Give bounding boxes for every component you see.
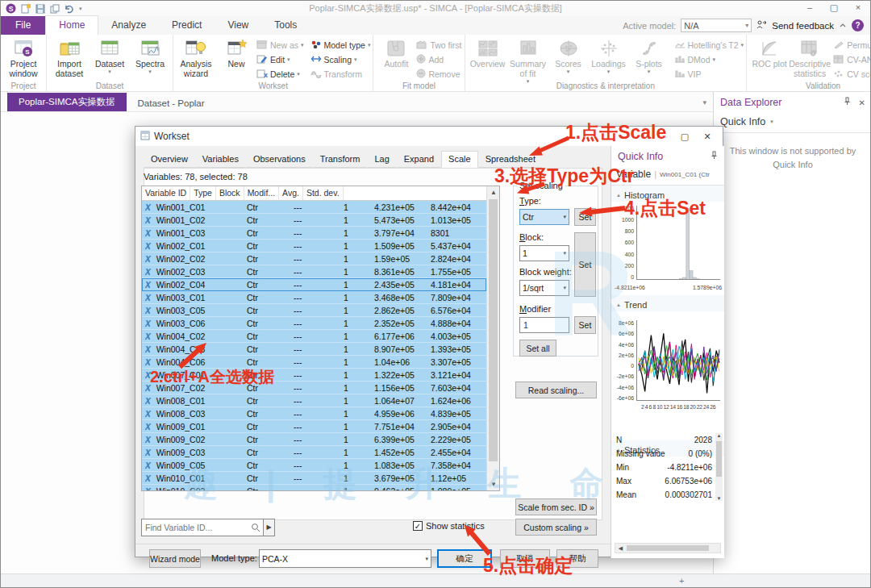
table-row[interactable]: XWin009_C03 Ctr --- 1 1.452e+05 2.455e+0… xyxy=(142,446,486,459)
dataset-button[interactable]: Dataset ▾ xyxy=(90,36,130,75)
set-modifier-button[interactable]: Set xyxy=(574,316,596,334)
quick-info-selector[interactable]: Quick Info xyxy=(720,116,765,127)
active-model-select[interactable]: N/A▾ xyxy=(681,19,752,32)
analysis-wizard-button[interactable]: Analysis wizard xyxy=(176,36,216,78)
collapse-ribbon-icon[interactable] xyxy=(839,21,847,31)
read-scaling-button[interactable]: Read scaling... xyxy=(515,382,597,398)
column-header[interactable]: Variable ID xyxy=(142,186,190,200)
transform-button[interactable]: Transform xyxy=(310,68,371,81)
table-vertical-scrollbar[interactable]: ▲ ▼ xyxy=(486,186,499,490)
set-block-button[interactable]: Set xyxy=(574,232,596,297)
scroll-left-icon[interactable]: ◀ xyxy=(615,544,626,554)
add-component-button[interactable]: Add xyxy=(416,53,461,66)
document-tab-dataset[interactable]: Dataset - Poplar xyxy=(127,95,216,111)
scroll-down-icon[interactable]: ▼ xyxy=(487,478,500,490)
dialog-tab[interactable]: Overview xyxy=(144,151,195,168)
column-header[interactable]: Avg. xyxy=(279,186,303,200)
project-window-button[interactable]: S Project window xyxy=(3,36,44,78)
table-row[interactable]: XWin010_C02 Ctr --- 1 9.462e+05 1.089e+0… xyxy=(142,485,486,490)
save-icon[interactable] xyxy=(35,4,45,14)
table-row[interactable]: XWin001_C01 Ctr --- 1 4.231e+05 8.442e+0… xyxy=(142,201,486,214)
table-row[interactable]: XWin002_C02 Ctr --- 1 1.59e+05 2.824e+04 xyxy=(142,252,486,265)
column-header[interactable]: Modif... xyxy=(244,186,279,200)
close-panel-icon[interactable]: ✕ xyxy=(859,98,865,107)
table-row[interactable]: XWin003_C05 Ctr --- 1 2.862e+05 6.576e+0… xyxy=(142,304,486,317)
wizard-mode-button[interactable]: Wizard mode xyxy=(149,549,201,568)
window-close-button[interactable]: × xyxy=(846,1,870,16)
table-row[interactable]: XWin003_C06 Ctr --- 1 2.352e+05 4.888e+0… xyxy=(142,317,486,330)
permutations-button[interactable]: Permutations xyxy=(833,39,871,52)
table-row[interactable]: XWin004_C02 Ctr --- 1 6.177e+06 4.003e+0… xyxy=(142,330,486,343)
type-select[interactable]: Ctr▾ xyxy=(519,209,569,225)
new-project-icon[interactable] xyxy=(21,4,31,14)
block-select[interactable]: 1▾ xyxy=(519,245,569,261)
set-all-button[interactable]: Set all xyxy=(519,340,556,357)
overview-button[interactable]: Overview xyxy=(468,36,508,69)
send-feedback-link[interactable]: Send feedback xyxy=(772,21,834,31)
trend-section-header[interactable]: ▲Trend xyxy=(611,295,724,311)
table-row[interactable]: XWin004_C03 Ctr --- 1 8.907e+05 1.393e+0… xyxy=(142,343,486,356)
table-row[interactable]: XWin008_C03 Ctr --- 1 4.959e+06 4.839e+0… xyxy=(142,407,486,420)
dialog-tab[interactable]: Lag xyxy=(367,151,396,168)
panel-horizontal-scrollbar[interactable]: ◀ xyxy=(615,543,721,553)
table-row[interactable]: XWin008_C01 Ctr --- 1 1.064e+07 1.624e+0… xyxy=(142,394,486,407)
set-type-button[interactable]: Set xyxy=(574,208,596,226)
column-header[interactable]: Block xyxy=(216,186,244,200)
table-row[interactable]: XWin009_C05 Ctr --- 1 1.083e+05 7.358e+0… xyxy=(142,459,486,472)
window-maximize-button[interactable]: ▢ xyxy=(822,1,846,16)
dialog-tab[interactable]: Expand xyxy=(397,151,441,168)
table-row[interactable]: XWin009_C02 Ctr --- 1 6.399e+05 2.229e+0… xyxy=(142,433,486,446)
table-row[interactable]: XWin002_C01 Ctr --- 1 1.509e+05 5.437e+0… xyxy=(142,240,486,252)
loadings-button[interactable]: Loadings ▾ xyxy=(589,36,629,75)
pin-icon[interactable] xyxy=(711,151,718,162)
remove-component-button[interactable]: Remove xyxy=(416,68,461,81)
scroll-up-icon[interactable]: ▲ xyxy=(715,433,723,438)
custom-scaling-button[interactable]: Custom scaling » xyxy=(515,519,597,536)
scaling-button[interactable]: Scaling▾ xyxy=(310,53,371,66)
modifier-input[interactable]: 1 xyxy=(519,317,569,333)
statistics-scrollbar[interactable]: ▲ ▼ xyxy=(715,433,723,501)
tab-view[interactable]: View xyxy=(215,16,261,35)
hotellings-t2-button[interactable]: Hotelling's T2▾ xyxy=(674,39,744,52)
table-row[interactable]: XWin002_C04 Ctr --- 1 2.435e+05 4.181e+0… xyxy=(142,278,486,291)
dialog-close-button[interactable]: ✕ xyxy=(697,131,718,142)
document-tab-project[interactable]: Poplar-SIMCA实操数据 xyxy=(7,93,127,111)
dialog-tab[interactable]: Observations xyxy=(246,151,313,168)
s-plots-button[interactable]: S-plots ▾ xyxy=(629,36,669,75)
table-row[interactable]: XWin001_C03 Ctr --- 1 3.797e+04 8301 xyxy=(142,227,486,240)
scrollbar-thumb[interactable] xyxy=(489,199,498,461)
column-header[interactable]: Std. dev. xyxy=(303,186,344,200)
table-row[interactable]: XWin009_C01 Ctr --- 1 7.751e+04 2.905e+0… xyxy=(142,420,486,433)
table-row[interactable]: XWin001_C02 Ctr --- 1 5.473e+05 1.013e+0… xyxy=(142,214,486,227)
column-header[interactable]: Type xyxy=(190,186,216,200)
tab-file[interactable]: File xyxy=(1,16,45,35)
window-minimize-button[interactable]: – xyxy=(798,1,822,16)
cv-anova-button[interactable]: CV-ANOVA xyxy=(833,53,871,66)
tab-predict[interactable]: Predict xyxy=(159,16,215,35)
undo-icon[interactable] xyxy=(65,4,74,14)
table-row[interactable]: XWin003_C01 Ctr --- 1 3.468e+05 7.809e+0… xyxy=(142,291,486,304)
block-weight-select[interactable]: 1/sqrt▾ xyxy=(519,280,569,296)
two-first-button[interactable]: Two first xyxy=(416,39,461,52)
tab-home[interactable]: Home xyxy=(45,15,98,35)
model-type-select[interactable]: PCA-X▾ xyxy=(259,549,431,568)
copy-icon[interactable] xyxy=(50,4,60,14)
import-dataset-button[interactable]: Import dataset xyxy=(49,36,90,78)
roc-plot-button[interactable]: ROC plot xyxy=(749,36,790,69)
cv-scores-button[interactable]: CV scores xyxy=(833,68,871,81)
table-row[interactable]: XWin010_C01 Ctr --- 1 3.679e+05 1.12e+05 xyxy=(142,472,486,485)
dmod-button[interactable]: DMod▾ xyxy=(674,53,744,66)
show-statistics-checkbox[interactable]: ✓ Show statistics xyxy=(413,521,485,531)
dialog-tab[interactable]: Scale xyxy=(441,151,478,168)
descriptive-statistics-button[interactable]: σ Descriptive statistics xyxy=(790,36,830,78)
simca-logo-icon[interactable]: S xyxy=(6,3,16,14)
table-row[interactable]: XWin002_C03 Ctr --- 1 8.361e+05 1.755e+0… xyxy=(142,265,486,278)
dialog-tab[interactable]: Variables xyxy=(195,151,246,168)
pin-icon[interactable] xyxy=(844,97,851,108)
vip-button[interactable]: VIP xyxy=(674,68,744,81)
status-splitter-icon[interactable]: + xyxy=(679,576,684,586)
model-type-button[interactable]: Model type▾ xyxy=(310,39,371,52)
summary-of-fit-button[interactable]: Summary of fit ▾ xyxy=(508,36,548,85)
new-workset-button[interactable]: New xyxy=(216,36,256,69)
new-as-button[interactable]: New as▾ xyxy=(256,39,304,52)
